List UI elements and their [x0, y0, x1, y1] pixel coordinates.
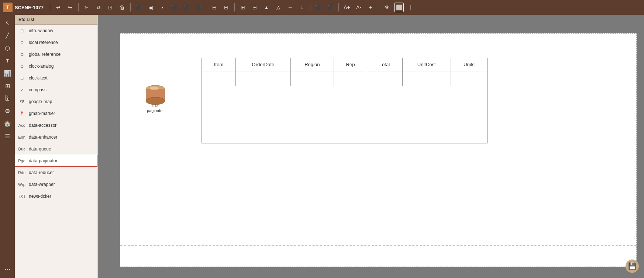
rail-select[interactable]: ↖	[1, 17, 13, 29]
delete-button[interactable]: 🗑	[117, 3, 127, 12]
compass-icon: ⊘	[18, 86, 26, 94]
app-title: SCENE-1077	[15, 5, 44, 10]
main-area: ↖ ╱ ⬡ T 📊 ⊞ 🗄 ⚙ 🏠 ☰ ⋯ Etc List ⊡info. wi…	[0, 15, 644, 278]
col-orderdate: OrderDate	[236, 58, 290, 71]
layer-back-button[interactable]: △	[273, 3, 283, 12]
sidebar-item-data-reducer[interactable]: Rdudata-reducer	[15, 167, 97, 179]
col-rep: Rep	[334, 58, 367, 71]
sidebar-toggle-button[interactable]: |	[406, 3, 416, 12]
col-region: Region	[290, 58, 334, 71]
data-queue-icon: Que	[18, 145, 26, 153]
save-button[interactable]: 💾	[626, 260, 639, 273]
undo-button[interactable]: ↩	[54, 3, 63, 12]
table-body	[202, 71, 488, 86]
rail-data[interactable]: 🗄	[1, 92, 13, 104]
align-bottom-button[interactable]: ⬛	[193, 3, 203, 12]
sidebar-item-gmap-marker[interactable]: 📍gmap-marker	[15, 108, 97, 119]
sidebar: Etc List ⊡info. window⊙local reference⊙g…	[15, 15, 98, 278]
flip-h-button[interactable]: ↔	[285, 3, 295, 12]
cell-orderdate	[236, 71, 290, 86]
clock-analog-label: clock-analog	[29, 64, 54, 69]
rail-shape[interactable]: ⬡	[1, 42, 13, 54]
sidebar-item-news-ticker[interactable]: TXTnews-ticker	[15, 190, 97, 202]
rail-line[interactable]: ╱	[1, 30, 13, 41]
cell-region	[290, 71, 334, 86]
distribute-h-button[interactable]: ⊟	[210, 3, 219, 12]
align-left-button[interactable]: ⬛	[134, 3, 144, 12]
local-reference-icon: ⊙	[18, 38, 26, 47]
col-total: Total	[367, 58, 402, 71]
rail-chart[interactable]: 📊	[1, 67, 13, 79]
layer-front-button[interactable]: ▲	[262, 3, 271, 12]
google-map-icon: 🗺	[18, 98, 26, 106]
sidebar-item-clock-analog[interactable]: ⊙clock-analog	[15, 60, 97, 72]
sidebar-item-local-reference[interactable]: ⊙local reference	[15, 37, 97, 48]
info-window-label: info. window	[29, 28, 53, 33]
cut-button[interactable]: ✂	[82, 3, 92, 12]
rail-text[interactable]: T	[1, 55, 13, 67]
col-item: Item	[202, 58, 236, 71]
rail-component[interactable]: ⚙	[1, 105, 13, 117]
resize-fit-button[interactable]: ⬛	[314, 3, 323, 12]
resize-width-button[interactable]: ⬛	[326, 3, 335, 12]
col-unitcost: UnitCost	[402, 58, 451, 71]
toolbar-separator-4	[206, 3, 206, 11]
screen-button[interactable]: ⬜	[394, 3, 404, 12]
sidebar-item-google-map[interactable]: 🗺google-map	[15, 96, 97, 108]
canvas-area: ◁ ▷ paginator ItemOrderDateRegionRepTota…	[98, 15, 644, 278]
news-ticker-label: news-ticker	[29, 194, 51, 199]
data-empty-area	[202, 86, 488, 143]
font-size-down-button[interactable]: A-	[354, 3, 364, 12]
data-table: ItemOrderDateRegionRepTotalUnitCostUnits	[202, 58, 488, 86]
svg-text:◁ ▷: ◁ ▷	[151, 104, 158, 108]
page-break-line	[120, 245, 636, 246]
flip-v-button[interactable]: ↕	[297, 3, 307, 12]
table-row	[202, 71, 488, 86]
col-units: Units	[451, 58, 487, 71]
align-right-button[interactable]: ▪	[158, 3, 167, 12]
toolbar-separator-5	[234, 3, 235, 11]
toolbar-separator-2	[78, 3, 79, 11]
sidebar-item-data-paginator[interactable]: Pgedata-paginator	[15, 155, 97, 167]
data-reducer-icon: Rdu	[18, 169, 26, 177]
rail-more[interactable]: ⋯	[1, 263, 13, 275]
group-button[interactable]: ⊞	[238, 3, 248, 12]
sidebar-item-data-wrapper[interactable]: Wrpdata-wrapper	[15, 179, 97, 190]
align-middle-button[interactable]: ⬛	[181, 3, 191, 12]
sidebar-item-global-reference[interactable]: ⊙global reference	[15, 48, 97, 60]
ungroup-button[interactable]: ⊟	[250, 3, 259, 12]
toolbar-separator-6	[310, 3, 310, 11]
clock-text-label: clock-text	[29, 75, 48, 81]
sidebar-item-clock-text[interactable]: ⊡clock-text	[15, 72, 97, 84]
rail-home[interactable]: 🏠	[1, 118, 13, 129]
sidebar-item-info-window[interactable]: ⊡info. window	[15, 25, 97, 37]
toolbar-separator-8	[379, 3, 379, 11]
data-paginator-label: data-paginator	[29, 158, 57, 163]
table-header-row: ItemOrderDateRegionRepTotalUnitCostUnits	[202, 58, 488, 71]
toolbar: T SCENE-1077 ↩ ↪ ✂ ⧉ ⊡ 🗑 ⬛ ▣ ▪ ⬛ ⬛ ⬛ ⊟ ⊟…	[0, 0, 644, 15]
sidebar-item-data-accessor[interactable]: Accdata-accessor	[15, 119, 97, 131]
svg-point-3	[150, 87, 159, 90]
data-table-container: ItemOrderDateRegionRepTotalUnitCostUnits	[202, 58, 629, 255]
copy-button[interactable]: ⧉	[94, 3, 103, 12]
preview-button[interactable]: 👁	[382, 3, 392, 12]
paste-as-button[interactable]: ⊡	[106, 3, 115, 12]
font-size-up-button[interactable]: A+	[342, 3, 352, 12]
align-top-button[interactable]: ⬛	[169, 3, 179, 12]
gmap-marker-label: gmap-marker	[29, 111, 55, 116]
sidebar-item-data-queue[interactable]: Quedata-queue	[15, 143, 97, 155]
rail-list[interactable]: ☰	[1, 130, 13, 142]
paginator-widget[interactable]: ◁ ▷ paginator	[142, 82, 168, 113]
sidebar-item-compass[interactable]: ⊘compass	[15, 84, 97, 96]
rail-grid[interactable]: ⊞	[1, 80, 13, 92]
info-window-icon: ⊡	[18, 27, 26, 35]
cell-unitcost	[402, 71, 451, 86]
sidebar-item-data-enhancer[interactable]: Enhdata-enhancer	[15, 131, 97, 143]
redo-button[interactable]: ↪	[65, 3, 75, 12]
clock-text-icon: ⊡	[18, 74, 26, 82]
align-center-button[interactable]: ▣	[146, 3, 155, 12]
toolbar-separator-7	[338, 3, 339, 11]
distribute-v-button[interactable]: ⊟	[221, 3, 231, 12]
add-element-button[interactable]: +	[366, 3, 375, 12]
icon-rail: ↖ ╱ ⬡ T 📊 ⊞ 🗄 ⚙ 🏠 ☰ ⋯	[0, 15, 15, 278]
